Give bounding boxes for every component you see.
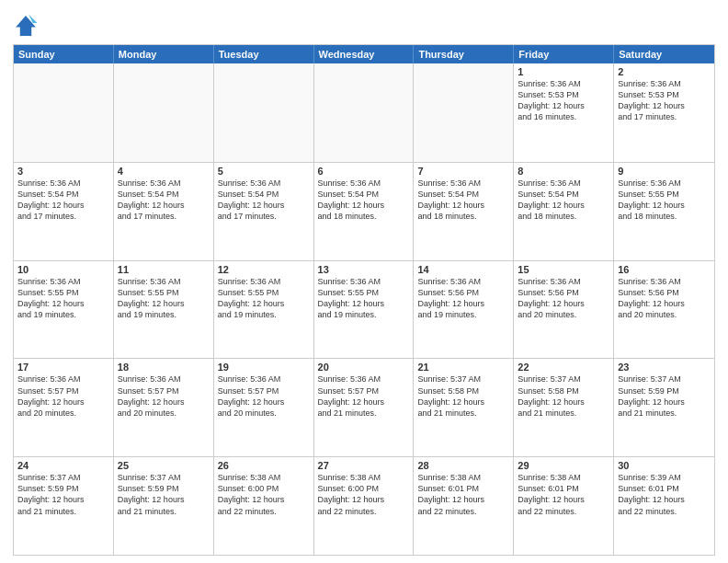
day-number: 25 bbox=[118, 460, 210, 471]
calendar-row-5: 24Sunrise: 5:37 AM Sunset: 5:59 PM Dayli… bbox=[14, 456, 714, 555]
calendar-cell: 24Sunrise: 5:37 AM Sunset: 5:59 PM Dayli… bbox=[14, 457, 114, 555]
logo bbox=[13, 13, 42, 39]
calendar-cell: 1Sunrise: 5:36 AM Sunset: 5:53 PM Daylig… bbox=[514, 63, 614, 162]
day-number: 20 bbox=[318, 362, 410, 373]
day-info: Sunrise: 5:39 AM Sunset: 6:01 PM Dayligh… bbox=[618, 472, 711, 517]
day-number: 7 bbox=[417, 166, 509, 177]
calendar-cell: 29Sunrise: 5:38 AM Sunset: 6:01 PM Dayli… bbox=[514, 457, 614, 555]
calendar-cell bbox=[14, 63, 114, 162]
calendar-cell: 15Sunrise: 5:36 AM Sunset: 5:56 PM Dayli… bbox=[514, 261, 614, 359]
calendar-cell: 5Sunrise: 5:36 AM Sunset: 5:54 PM Daylig… bbox=[214, 163, 314, 260]
calendar-cell bbox=[214, 63, 314, 162]
weekday-header-sunday: Sunday bbox=[14, 45, 114, 63]
day-number: 4 bbox=[118, 166, 210, 177]
weekday-header-thursday: Thursday bbox=[414, 45, 514, 63]
calendar-cell: 26Sunrise: 5:38 AM Sunset: 6:00 PM Dayli… bbox=[214, 457, 314, 555]
calendar-cell: 20Sunrise: 5:36 AM Sunset: 5:57 PM Dayli… bbox=[314, 359, 415, 456]
calendar-cell bbox=[414, 63, 514, 162]
logo-icon bbox=[13, 13, 39, 39]
day-number: 17 bbox=[17, 362, 109, 373]
day-info: Sunrise: 5:36 AM Sunset: 5:57 PM Dayligh… bbox=[218, 373, 310, 419]
calendar-cell: 21Sunrise: 5:37 AM Sunset: 5:58 PM Dayli… bbox=[414, 359, 514, 456]
weekday-header-saturday: Saturday bbox=[614, 45, 714, 63]
day-info: Sunrise: 5:36 AM Sunset: 5:57 PM Dayligh… bbox=[318, 373, 410, 419]
calendar-cell: 25Sunrise: 5:37 AM Sunset: 5:59 PM Dayli… bbox=[114, 457, 214, 555]
calendar-row-4: 17Sunrise: 5:36 AM Sunset: 5:57 PM Dayli… bbox=[14, 358, 714, 456]
calendar-cell: 14Sunrise: 5:36 AM Sunset: 5:56 PM Dayli… bbox=[414, 261, 514, 359]
calendar-body: 1Sunrise: 5:36 AM Sunset: 5:53 PM Daylig… bbox=[14, 63, 714, 555]
calendar: SundayMondayTuesdayWednesdayThursdayFrid… bbox=[13, 44, 715, 556]
day-info: Sunrise: 5:36 AM Sunset: 5:55 PM Dayligh… bbox=[218, 276, 310, 321]
weekday-header-monday: Monday bbox=[114, 45, 214, 63]
calendar-cell: 27Sunrise: 5:38 AM Sunset: 6:00 PM Dayli… bbox=[314, 457, 415, 555]
calendar-cell: 16Sunrise: 5:36 AM Sunset: 5:56 PM Dayli… bbox=[614, 261, 714, 359]
day-info: Sunrise: 5:36 AM Sunset: 5:56 PM Dayligh… bbox=[417, 276, 509, 321]
day-info: Sunrise: 5:36 AM Sunset: 5:56 PM Dayligh… bbox=[618, 276, 711, 321]
calendar-cell: 8Sunrise: 5:36 AM Sunset: 5:54 PM Daylig… bbox=[514, 163, 614, 260]
day-info: Sunrise: 5:36 AM Sunset: 5:54 PM Dayligh… bbox=[518, 178, 609, 223]
day-info: Sunrise: 5:36 AM Sunset: 5:55 PM Dayligh… bbox=[318, 276, 410, 321]
calendar-cell: 2Sunrise: 5:36 AM Sunset: 5:53 PM Daylig… bbox=[614, 63, 714, 162]
day-number: 8 bbox=[518, 166, 609, 177]
calendar-cell: 23Sunrise: 5:37 AM Sunset: 5:59 PM Dayli… bbox=[614, 359, 714, 456]
calendar-cell: 22Sunrise: 5:37 AM Sunset: 5:58 PM Dayli… bbox=[514, 359, 614, 456]
day-number: 27 bbox=[318, 460, 410, 471]
day-info: Sunrise: 5:38 AM Sunset: 6:01 PM Dayligh… bbox=[417, 472, 509, 517]
day-number: 29 bbox=[518, 460, 609, 471]
day-info: Sunrise: 5:36 AM Sunset: 5:54 PM Dayligh… bbox=[417, 178, 509, 223]
day-number: 5 bbox=[218, 166, 310, 177]
calendar-row-1: 1Sunrise: 5:36 AM Sunset: 5:53 PM Daylig… bbox=[14, 63, 714, 162]
day-info: Sunrise: 5:37 AM Sunset: 5:59 PM Dayligh… bbox=[118, 472, 210, 517]
day-info: Sunrise: 5:37 AM Sunset: 5:58 PM Dayligh… bbox=[417, 373, 509, 419]
day-number: 16 bbox=[618, 264, 711, 275]
calendar-header: SundayMondayTuesdayWednesdayThursdayFrid… bbox=[14, 45, 714, 63]
day-number: 3 bbox=[17, 166, 109, 177]
weekday-header-friday: Friday bbox=[514, 45, 614, 63]
day-number: 13 bbox=[318, 264, 410, 275]
weekday-header-tuesday: Tuesday bbox=[214, 45, 314, 63]
day-number: 10 bbox=[17, 264, 109, 275]
day-info: Sunrise: 5:37 AM Sunset: 5:59 PM Dayligh… bbox=[618, 373, 711, 419]
calendar-cell: 17Sunrise: 5:36 AM Sunset: 5:57 PM Dayli… bbox=[14, 359, 114, 456]
day-info: Sunrise: 5:36 AM Sunset: 5:55 PM Dayligh… bbox=[17, 276, 109, 321]
calendar-row-2: 3Sunrise: 5:36 AM Sunset: 5:54 PM Daylig… bbox=[14, 162, 714, 260]
day-number: 22 bbox=[518, 362, 609, 373]
day-info: Sunrise: 5:38 AM Sunset: 6:01 PM Dayligh… bbox=[518, 472, 609, 517]
calendar-cell: 12Sunrise: 5:36 AM Sunset: 5:55 PM Dayli… bbox=[214, 261, 314, 359]
calendar-cell: 4Sunrise: 5:36 AM Sunset: 5:54 PM Daylig… bbox=[114, 163, 214, 260]
day-info: Sunrise: 5:36 AM Sunset: 5:57 PM Dayligh… bbox=[118, 373, 210, 419]
day-info: Sunrise: 5:36 AM Sunset: 5:54 PM Dayligh… bbox=[118, 178, 210, 223]
day-info: Sunrise: 5:36 AM Sunset: 5:54 PM Dayligh… bbox=[218, 178, 310, 223]
day-number: 14 bbox=[417, 264, 509, 275]
day-number: 6 bbox=[318, 166, 410, 177]
day-info: Sunrise: 5:36 AM Sunset: 5:54 PM Dayligh… bbox=[318, 178, 410, 223]
calendar-cell: 9Sunrise: 5:36 AM Sunset: 5:55 PM Daylig… bbox=[614, 163, 714, 260]
day-info: Sunrise: 5:37 AM Sunset: 5:58 PM Dayligh… bbox=[518, 373, 609, 419]
calendar-cell: 3Sunrise: 5:36 AM Sunset: 5:54 PM Daylig… bbox=[14, 163, 114, 260]
day-number: 11 bbox=[118, 264, 210, 275]
calendar-row-3: 10Sunrise: 5:36 AM Sunset: 5:55 PM Dayli… bbox=[14, 260, 714, 359]
calendar-cell: 28Sunrise: 5:38 AM Sunset: 6:01 PM Dayli… bbox=[414, 457, 514, 555]
calendar-cell: 13Sunrise: 5:36 AM Sunset: 5:55 PM Dayli… bbox=[314, 261, 415, 359]
day-number: 28 bbox=[417, 460, 509, 471]
day-number: 24 bbox=[17, 460, 109, 471]
day-number: 19 bbox=[218, 362, 310, 373]
day-number: 30 bbox=[618, 460, 711, 471]
calendar-cell: 10Sunrise: 5:36 AM Sunset: 5:55 PM Dayli… bbox=[14, 261, 114, 359]
day-number: 1 bbox=[518, 66, 609, 77]
day-info: Sunrise: 5:36 AM Sunset: 5:56 PM Dayligh… bbox=[518, 276, 609, 321]
day-number: 2 bbox=[618, 66, 711, 77]
day-number: 21 bbox=[417, 362, 509, 373]
calendar-cell: 11Sunrise: 5:36 AM Sunset: 5:55 PM Dayli… bbox=[114, 261, 214, 359]
day-number: 23 bbox=[618, 362, 711, 373]
day-number: 18 bbox=[118, 362, 210, 373]
day-info: Sunrise: 5:38 AM Sunset: 6:00 PM Dayligh… bbox=[218, 472, 310, 517]
day-info: Sunrise: 5:36 AM Sunset: 5:53 PM Dayligh… bbox=[518, 78, 609, 123]
day-info: Sunrise: 5:38 AM Sunset: 6:00 PM Dayligh… bbox=[318, 472, 410, 517]
calendar-cell bbox=[314, 63, 415, 162]
page-container: SundayMondayTuesdayWednesdayThursdayFrid… bbox=[0, 0, 728, 563]
calendar-cell: 6Sunrise: 5:36 AM Sunset: 5:54 PM Daylig… bbox=[314, 163, 415, 260]
day-info: Sunrise: 5:37 AM Sunset: 5:59 PM Dayligh… bbox=[17, 472, 109, 517]
day-number: 9 bbox=[618, 166, 711, 177]
day-info: Sunrise: 5:36 AM Sunset: 5:53 PM Dayligh… bbox=[618, 78, 711, 123]
